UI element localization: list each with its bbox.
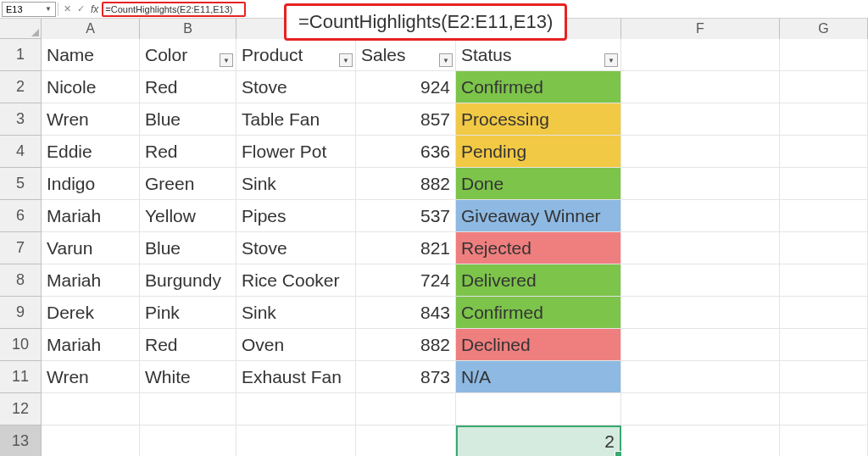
- filter-icon[interactable]: ▼: [220, 53, 233, 67]
- cell-F13[interactable]: [621, 425, 780, 456]
- cell-D3[interactable]: 857: [356, 103, 456, 136]
- cell-C4[interactable]: Flower Pot: [236, 136, 356, 168]
- cell-F3[interactable]: [621, 103, 780, 136]
- cell-D9[interactable]: 843: [356, 297, 456, 329]
- cell-E5[interactable]: Done: [456, 168, 621, 200]
- cell-B5[interactable]: Green: [140, 168, 236, 200]
- cell-E8[interactable]: Delivered: [456, 264, 621, 297]
- cell-A8[interactable]: Mariah: [42, 264, 140, 297]
- row-header-10[interactable]: 10: [0, 329, 42, 361]
- name-box[interactable]: E13 ▼: [2, 2, 56, 17]
- cell-E9[interactable]: Confirmed: [456, 297, 621, 329]
- row-header-9[interactable]: 9: [0, 297, 42, 329]
- cell-G13[interactable]: [780, 425, 868, 456]
- cell-D4[interactable]: 636: [356, 136, 456, 168]
- cell-F11[interactable]: [621, 361, 780, 393]
- col-header-B[interactable]: B: [140, 19, 236, 39]
- cell-B4[interactable]: Red: [140, 136, 236, 168]
- cell-C13[interactable]: [236, 425, 356, 456]
- cell-C12[interactable]: [236, 393, 356, 425]
- cell-A2[interactable]: Nicole: [42, 71, 140, 103]
- row-header-13[interactable]: 13: [0, 425, 42, 456]
- cell-G9[interactable]: [780, 297, 868, 329]
- cell-B11[interactable]: White: [140, 361, 236, 393]
- check-icon[interactable]: ✓: [74, 3, 87, 16]
- cell-C2[interactable]: Stove: [236, 71, 356, 103]
- cell-G11[interactable]: [780, 361, 868, 393]
- cell-G7[interactable]: [780, 232, 868, 264]
- cell-C10[interactable]: Oven: [236, 329, 356, 361]
- cell-B1[interactable]: Color ▼: [140, 39, 236, 71]
- cell-F10[interactable]: [621, 329, 780, 361]
- cell-F7[interactable]: [621, 232, 780, 264]
- cell-F5[interactable]: [621, 168, 780, 200]
- cell-D1[interactable]: Sales ▼: [356, 39, 456, 71]
- cell-C8[interactable]: Rice Cooker: [236, 264, 356, 297]
- cell-B3[interactable]: Blue: [140, 103, 236, 136]
- col-header-F[interactable]: F: [621, 19, 780, 39]
- cell-E13[interactable]: 2: [456, 425, 621, 456]
- cell-E4[interactable]: Pending: [456, 136, 621, 168]
- cell-E2[interactable]: Confirmed: [456, 71, 621, 103]
- cell-D2[interactable]: 924: [356, 71, 456, 103]
- cell-D8[interactable]: 724: [356, 264, 456, 297]
- cell-B6[interactable]: Yellow: [140, 200, 236, 232]
- select-all-corner[interactable]: [0, 19, 42, 39]
- cell-A3[interactable]: Wren: [42, 103, 140, 136]
- cell-B12[interactable]: [140, 393, 236, 425]
- cell-D7[interactable]: 821: [356, 232, 456, 264]
- col-header-G[interactable]: G: [780, 19, 868, 39]
- cell-B10[interactable]: Red: [140, 329, 236, 361]
- row-header-1[interactable]: 1: [0, 39, 42, 71]
- cell-A13[interactable]: [42, 425, 140, 456]
- cell-C1[interactable]: Product ▼: [236, 39, 356, 71]
- cell-G6[interactable]: [780, 200, 868, 232]
- cell-F1[interactable]: [621, 39, 780, 71]
- cell-E6[interactable]: Giveaway Winner: [456, 200, 621, 232]
- cell-D10[interactable]: 882: [356, 329, 456, 361]
- cell-B9[interactable]: Pink: [140, 297, 236, 329]
- row-header-7[interactable]: 7: [0, 232, 42, 264]
- cell-A7[interactable]: Varun: [42, 232, 140, 264]
- cell-G12[interactable]: [780, 393, 868, 425]
- cell-G10[interactable]: [780, 329, 868, 361]
- filter-icon[interactable]: ▼: [439, 53, 453, 67]
- filter-icon[interactable]: ▼: [339, 53, 353, 67]
- cell-E1[interactable]: Status ▼: [456, 39, 621, 71]
- cell-D13[interactable]: [356, 425, 456, 456]
- cell-A9[interactable]: Derek: [42, 297, 140, 329]
- cell-C3[interactable]: Table Fan: [236, 103, 356, 136]
- cell-F2[interactable]: [621, 71, 780, 103]
- cell-C7[interactable]: Stove: [236, 232, 356, 264]
- cell-C11[interactable]: Exhaust Fan: [236, 361, 356, 393]
- cell-A6[interactable]: Mariah: [42, 200, 140, 232]
- row-header-4[interactable]: 4: [0, 136, 42, 168]
- cell-F4[interactable]: [621, 136, 780, 168]
- cell-A1[interactable]: Name: [42, 39, 140, 71]
- cell-B7[interactable]: Blue: [140, 232, 236, 264]
- cell-A10[interactable]: Mariah: [42, 329, 140, 361]
- cell-E7[interactable]: Rejected: [456, 232, 621, 264]
- cell-A5[interactable]: Indigo: [42, 168, 140, 200]
- cell-G2[interactable]: [780, 71, 868, 103]
- fx-icon[interactable]: fx: [91, 3, 98, 15]
- row-header-2[interactable]: 2: [0, 71, 42, 103]
- cell-C6[interactable]: Pipes: [236, 200, 356, 232]
- cell-G4[interactable]: [780, 136, 868, 168]
- formula-input[interactable]: =CountHighlights(E2:E11,E13): [105, 4, 232, 14]
- cell-C9[interactable]: Sink: [236, 297, 356, 329]
- row-header-11[interactable]: 11: [0, 361, 42, 393]
- cell-D5[interactable]: 882: [356, 168, 456, 200]
- cell-D11[interactable]: 873: [356, 361, 456, 393]
- cell-B8[interactable]: Burgundy: [140, 264, 236, 297]
- row-header-12[interactable]: 12: [0, 393, 42, 425]
- cell-F9[interactable]: [621, 297, 780, 329]
- cell-A11[interactable]: Wren: [42, 361, 140, 393]
- row-header-6[interactable]: 6: [0, 200, 42, 232]
- filter-icon[interactable]: ▼: [604, 53, 618, 67]
- row-header-8[interactable]: 8: [0, 264, 42, 297]
- cell-G3[interactable]: [780, 103, 868, 136]
- cell-F6[interactable]: [621, 200, 780, 232]
- cell-B2[interactable]: Red: [140, 71, 236, 103]
- cell-G8[interactable]: [780, 264, 868, 297]
